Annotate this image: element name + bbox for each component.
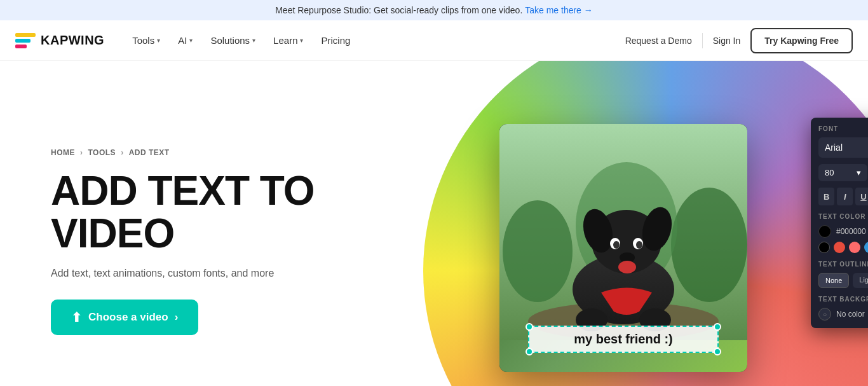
outline-row: None Light Dark (818, 273, 868, 288)
italic-button[interactable]: I (837, 188, 853, 205)
bg-color-row: ○ No color ✏ (818, 308, 868, 321)
color-hex: #000000 (836, 227, 866, 236)
chevron-down-icon: ▾ (252, 37, 255, 44)
nav-item-learn[interactable]: Learn ▾ (266, 30, 311, 51)
hero-section: HOME › TOOLS › ADD TEXT ADD TEXT TO VIDE… (0, 61, 868, 386)
hero-description: Add text, text animations, custom fonts,… (51, 268, 381, 279)
no-color-label: No color (836, 310, 865, 319)
no-color-swatch[interactable]: ○ (818, 308, 831, 321)
format-row: B I U ≡ ≡ ≡ (818, 188, 868, 205)
text-bg-label: TEXT BACKGROUND COLOR (818, 296, 868, 303)
text-selection-box[interactable]: my best friend :) (528, 326, 719, 353)
preset-black[interactable] (818, 242, 830, 253)
size-chevron: ▾ (857, 168, 861, 177)
nav-item-ai[interactable]: AI ▾ (170, 30, 200, 51)
size-value: 80 (825, 168, 834, 177)
text-color-label: TEXT COLOR (818, 213, 868, 220)
logo-text: KAPWING (41, 33, 104, 48)
color-swatch[interactable] (818, 225, 831, 238)
text-outline-label: TEXT OUTLINE (818, 261, 868, 268)
breadcrumb-sep-2: › (121, 148, 124, 157)
underline-button[interactable]: U (855, 188, 868, 205)
breadcrumb-tools[interactable]: TOOLS (88, 148, 116, 157)
resize-handle-bl[interactable] (526, 348, 533, 355)
top-banner: Meet Repurpose Studio: Get social-ready … (0, 0, 868, 20)
nav-right: Request a Demo Sign In Try Kapwing Free (625, 28, 853, 53)
video-overlay-text: my best friend :) (574, 332, 673, 346)
preset-pink[interactable] (849, 242, 860, 253)
nav-links: Tools ▾ AI ▾ Solutions ▾ Learn ▾ Pricing (125, 30, 625, 51)
nav-item-tools[interactable]: Tools ▾ (125, 30, 168, 51)
resize-handle-tr[interactable] (714, 323, 721, 331)
arrow-icon: › (175, 311, 179, 324)
hero-left: HOME › TOOLS › ADD TEXT ADD TEXT TO VIDE… (51, 148, 381, 335)
breadcrumb: HOME › TOOLS › ADD TEXT (51, 148, 381, 157)
try-free-button[interactable]: Try Kapwing Free (750, 28, 853, 53)
sign-in-link[interactable]: Sign In (713, 36, 741, 46)
logo-icon (15, 33, 36, 48)
logo[interactable]: KAPWING (15, 33, 104, 48)
choose-video-button[interactable]: ⬆ Choose a video › (51, 300, 198, 335)
color-picker-row: #000000 ✏ (818, 225, 868, 238)
bold-button[interactable]: B (818, 188, 834, 205)
nav-divider (702, 33, 703, 48)
resize-handle-br[interactable] (714, 348, 721, 355)
svg-point-11 (613, 241, 620, 249)
svg-point-12 (636, 241, 642, 249)
size-row: 80 ▾ 🔒 Lock Ratio (818, 164, 868, 181)
outline-none-button[interactable]: None (818, 273, 849, 288)
chevron-down-icon: ▾ (189, 37, 193, 44)
font-label: FONT (818, 125, 868, 132)
hero-right: FONT Arial ▾ 80 ▾ 🔒 Lock Ratio (381, 111, 817, 372)
breadcrumb-current: ADD TEXT (129, 148, 170, 157)
editor-container: FONT Arial ▾ 80 ▾ 🔒 Lock Ratio (499, 124, 817, 372)
text-overlay-wrapper: my best friend :) (528, 326, 719, 353)
color-presets (818, 242, 868, 253)
banner-link[interactable]: Take me there → (525, 5, 593, 15)
nav-item-solutions[interactable]: Solutions ▾ (203, 30, 263, 51)
navbar: KAPWING Tools ▾ AI ▾ Solutions ▾ Learn ▾… (0, 20, 868, 61)
font-size-box[interactable]: 80 ▾ (818, 164, 867, 181)
banner-text: Meet Repurpose Studio: Get social-ready … (275, 5, 522, 15)
outline-light-button[interactable]: Light (853, 273, 868, 288)
svg-point-2 (671, 188, 747, 302)
svg-point-1 (503, 200, 573, 302)
chevron-down-icon: ▾ (157, 37, 160, 44)
font-dropdown[interactable]: Arial ▾ (818, 137, 868, 158)
resize-handle-tl[interactable] (526, 323, 533, 331)
font-panel: FONT Arial ▾ 80 ▾ 🔒 Lock Ratio (811, 118, 868, 328)
request-demo-link[interactable]: Request a Demo (625, 36, 692, 46)
text-color-section: TEXT COLOR #000000 ✏ (818, 213, 868, 253)
upload-icon: ⬆ (71, 310, 82, 325)
hero-title: ADD TEXT TO VIDEO (51, 170, 381, 255)
chevron-down-icon: ▾ (300, 37, 303, 44)
font-value: Arial (825, 142, 843, 153)
preset-blue[interactable] (864, 242, 868, 253)
svg-point-14 (618, 261, 636, 273)
preset-red[interactable] (834, 242, 845, 253)
breadcrumb-home[interactable]: HOME (51, 148, 75, 157)
nav-item-pricing[interactable]: Pricing (313, 30, 358, 51)
video-editor: my best friend :) (499, 124, 747, 372)
breadcrumb-sep-1: › (80, 148, 83, 157)
dog-svg (499, 124, 747, 340)
